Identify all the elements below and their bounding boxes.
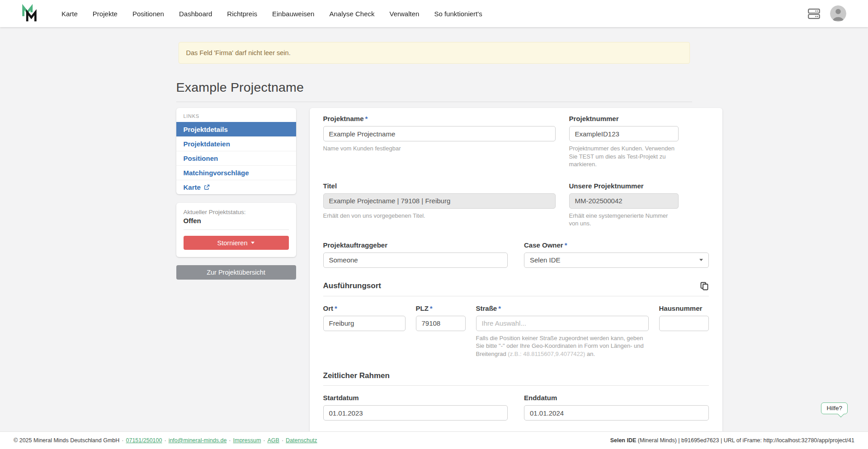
- ort-group: Ort*: [323, 304, 406, 358]
- links-card-header: LINKS: [176, 108, 296, 122]
- required-asterisk: *: [498, 304, 501, 312]
- startdatum-label: Startdatum: [323, 394, 508, 402]
- section-zeitlicher-rahmen-title: Zeitlicher Rahmen: [323, 371, 390, 380]
- titel-group: Titel Erhält den von uns vorgegebenen Ti…: [323, 182, 556, 228]
- footer-link-email[interactable]: info@mineral-minds.de: [169, 437, 227, 444]
- unsere-projektnummer-input: [569, 193, 679, 209]
- separator-dot: ·: [229, 437, 231, 444]
- footer-link-phone[interactable]: 07151/250100: [126, 437, 162, 444]
- required-asterisk: *: [430, 304, 433, 312]
- titel-input: [323, 193, 556, 209]
- enddatum-label: Enddatum: [524, 394, 709, 402]
- stornieren-button-label: Stornieren: [217, 239, 248, 247]
- project-form-card: Projektname* Name vom Kunden festlegbar …: [310, 108, 722, 431]
- nav-item-analyse-check[interactable]: Analyse Check: [329, 10, 374, 18]
- footer-session-info: Selen IDE (Mineral Minds) | b91695ed7623…: [610, 437, 854, 444]
- titel-hint: Erhält den von uns vorgegebenen Titel.: [323, 212, 556, 220]
- top-navbar: Karte Projekte Positionen Dashboard Rich…: [0, 0, 868, 27]
- startdatum-input[interactable]: [323, 405, 508, 421]
- strasse-hint: Falls die Position keiner Straße zugeord…: [476, 334, 649, 358]
- projektauftraggeber-input[interactable]: [323, 253, 508, 268]
- startdatum-group: Startdatum: [323, 394, 508, 421]
- case-owner-selected-value: Selen IDE: [530, 256, 561, 264]
- page-title: Example Projectname: [176, 80, 692, 102]
- help-button[interactable]: Hilfe?: [821, 402, 848, 414]
- plz-group: PLZ*: [416, 304, 466, 358]
- copy-icon[interactable]: [700, 281, 709, 291]
- nav-item-dashboard[interactable]: Dashboard: [179, 10, 212, 18]
- sidebar-item-karte-label: Karte: [184, 183, 201, 191]
- projektname-hint: Name vom Kunden festlegbar: [323, 145, 556, 153]
- footer-user: Selen IDE: [610, 437, 637, 444]
- ort-input[interactable]: [323, 316, 406, 331]
- status-value: Offen: [184, 217, 289, 224]
- plz-label: PLZ*: [416, 304, 466, 312]
- footer-left: © 2025 Mineral Minds Deutschland GmbH · …: [14, 437, 317, 444]
- case-owner-select[interactable]: Selen IDE: [524, 253, 709, 268]
- footer-link-datenschutz[interactable]: Datenschutz: [286, 437, 317, 444]
- validation-alert: Das Feld 'Firma' darf nicht leer sein.: [179, 42, 690, 64]
- projektnummer-group: Projektnummer Projektnummer des Kunden. …: [569, 115, 679, 168]
- nav-item-richtpreis[interactable]: Richtpreis: [227, 10, 257, 18]
- nav-item-so-funktionierts[interactable]: So funktioniert's: [434, 10, 482, 18]
- page-content: Das Feld 'Firma' darf nicht leer sein. E…: [0, 27, 868, 431]
- projektauftraggeber-group: Projektauftraggeber: [323, 241, 508, 268]
- footer-copyright: © 2025 Mineral Minds Deutschland GmbH: [14, 437, 119, 444]
- sidebar-item-positionen[interactable]: Positionen: [176, 151, 296, 165]
- case-owner-group: Case Owner* Selen IDE: [524, 241, 709, 268]
- section-ausfuehrungsort: Ausführungsort: [323, 281, 709, 296]
- links-card: LINKS Projektdetails Projektdateien Posi…: [176, 108, 296, 194]
- titel-label: Titel: [323, 182, 556, 190]
- section-zeitlicher-rahmen: Zeitlicher Rahmen: [323, 371, 709, 386]
- projektnummer-input[interactable]: [569, 126, 679, 141]
- caret-down-icon: [251, 242, 255, 244]
- projektnummer-hint: Projektnummer des Kunden. Verwenden Sie …: [569, 145, 679, 168]
- server-icon[interactable]: [808, 9, 820, 19]
- nav-item-verwalten[interactable]: Verwalten: [390, 10, 420, 18]
- footer-session-details: (Mineral Minds) | b91695ed7623 | URL of …: [636, 437, 854, 444]
- logo-mm-icon: [20, 4, 39, 23]
- nav-item-projekte[interactable]: Projekte: [93, 10, 118, 18]
- nav-item-karte[interactable]: Karte: [61, 10, 78, 18]
- status-card: Aktueller Projektstatus: Offen Storniere…: [176, 203, 296, 257]
- projektnummer-label: Projektnummer: [569, 115, 679, 122]
- nav-item-positionen[interactable]: Positionen: [132, 10, 164, 18]
- sidebar-item-projektdateien[interactable]: Projektdateien: [176, 136, 296, 151]
- required-asterisk: *: [335, 304, 337, 312]
- divider: [184, 229, 289, 230]
- left-sidebar: LINKS Projektdetails Projektdateien Posi…: [176, 108, 296, 280]
- case-owner-label: Case Owner*: [524, 241, 709, 249]
- main-menu: Karte Projekte Positionen Dashboard Rich…: [61, 10, 808, 18]
- enddatum-input[interactable]: [524, 405, 709, 421]
- projektname-label: Projektname*: [323, 115, 556, 122]
- hausnummer-input[interactable]: [659, 316, 709, 331]
- zur-projektuebersicht-button[interactable]: Zur Projektübersicht: [176, 265, 296, 280]
- unsere-projektnummer-hint: Erhält eine systemgenerierte Nummer von …: [569, 212, 679, 228]
- nav-item-einbauweisen[interactable]: Einbauweisen: [272, 10, 314, 18]
- hausnummer-group: Hausnummer: [659, 304, 709, 358]
- navbar-right: [808, 5, 846, 22]
- strasse-group: Straße* Falls die Position keiner Straße…: [476, 304, 649, 358]
- user-avatar-icon[interactable]: [830, 5, 846, 22]
- strasse-input[interactable]: [476, 316, 649, 331]
- projektname-input[interactable]: [323, 126, 556, 141]
- footer-link-agb[interactable]: AGB: [268, 437, 279, 444]
- stornieren-button[interactable]: Stornieren: [184, 236, 289, 250]
- projektname-group: Projektname* Name vom Kunden festlegbar: [323, 115, 556, 168]
- sidebar-item-karte[interactable]: Karte: [176, 180, 296, 194]
- separator-dot: ·: [263, 437, 265, 444]
- mineral-minds-logo[interactable]: [20, 4, 39, 23]
- footer-link-impressum[interactable]: Impressum: [233, 437, 261, 444]
- unsere-projektnummer-label: Unsere Projektnummer: [569, 182, 679, 190]
- hausnummer-label: Hausnummer: [659, 304, 709, 312]
- caret-down-icon: [699, 259, 703, 261]
- footer: © 2025 Mineral Minds Deutschland GmbH · …: [0, 431, 868, 449]
- plz-input[interactable]: [416, 316, 466, 331]
- separator-dot: ·: [282, 437, 283, 444]
- section-ausfuehrungsort-title: Ausführungsort: [323, 281, 381, 290]
- projektauftraggeber-label: Projektauftraggeber: [323, 241, 508, 249]
- sidebar-item-projektdetails[interactable]: Projektdetails: [176, 122, 296, 136]
- sidebar-item-matchingvorschlaege[interactable]: Matchingvorschläge: [176, 165, 296, 180]
- help-button-label: Hilfe?: [826, 405, 842, 412]
- ort-label: Ort*: [323, 304, 406, 312]
